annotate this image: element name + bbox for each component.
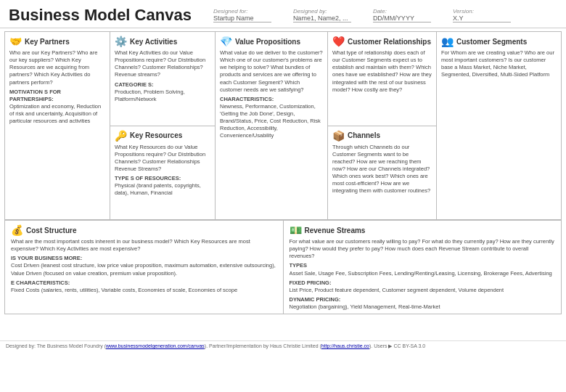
- customer-relationships-icon: ❤️: [332, 36, 345, 47]
- key-resources-icon: 🔑: [115, 130, 127, 142]
- canvas-area: 🤝 Key Partners Who are our Key Partners?…: [0, 28, 566, 340]
- channels-title: 📦 Channels: [332, 130, 432, 142]
- customer-relationships-title: ❤️ Customer Relationships: [332, 36, 432, 47]
- value-propositions-title: 💎 Value Propositions: [220, 36, 323, 47]
- cost-structure-cell: 💰 Cost Structure What are the most impor…: [5, 221, 284, 314]
- customer-segments-title: 👥 Customer Segments: [441, 36, 557, 47]
- key-partners-body: Who are our Key Partners? Who are our ke…: [9, 49, 105, 125]
- channels-cell: 📦 Channels Through which Channels do our…: [328, 126, 436, 220]
- value-propositions-icon: 💎: [220, 36, 232, 47]
- designed-by-value: Name1, Name2, ...: [293, 15, 351, 23]
- designed-for-label: Designed for:: [213, 8, 271, 15]
- page-title: Business Model Canvas: [9, 6, 192, 25]
- value-propositions-cell: 💎 Value Propositions What value do we de…: [216, 32, 328, 219]
- key-resources-title: 🔑 Key Resources: [115, 130, 210, 142]
- customer-relationships-cell: ❤️ Customer Relationships What type of r…: [328, 32, 436, 126]
- revenue-streams-title: 💵 Revenue Streams: [290, 224, 556, 236]
- key-partners-title: 🤝 Key Partners: [9, 36, 105, 47]
- date-label: Date:: [373, 8, 431, 15]
- footer-link-1[interactable]: www.businessmodelgeneration.com/canvas: [106, 343, 205, 348]
- key-partners-cell: 🤝 Key Partners Who are our Key Partners?…: [5, 32, 110, 219]
- cost-structure-body: What are the most important costs inhere…: [11, 238, 277, 294]
- key-activities-title: ⚙️ Key Activities: [115, 36, 210, 47]
- customer-segments-icon: 👥: [441, 36, 454, 47]
- cost-structure-icon: 💰: [11, 224, 23, 236]
- key-resources-body: What Key Resources do our Value Proposit…: [115, 144, 210, 197]
- footer: Designed by: The Business Model Foundry …: [0, 340, 566, 351]
- date-value: DD/MM/YYYY: [373, 15, 431, 23]
- designed-by-field: Designed by: Name1, Name2, ...: [293, 8, 351, 23]
- designed-by-label: Designed by:: [293, 8, 351, 15]
- customer-relationships-body: What type of relationship does each of o…: [332, 49, 432, 94]
- value-propositions-body: What value do we deliver to the customer…: [220, 49, 323, 140]
- key-resources-cell: 🔑 Key Resources What Key Resources do ou…: [110, 126, 215, 220]
- revenue-streams-body: For what value are our customers really …: [290, 238, 556, 311]
- date-field: Date: DD/MM/YYYY: [373, 8, 431, 23]
- version-value: X.Y: [453, 15, 511, 23]
- designed-for-field: Designed for: Startup Name: [213, 8, 271, 23]
- designed-for-value: Startup Name: [213, 15, 271, 23]
- revenue-streams-cell: 💵 Revenue Streams For what value are our…: [284, 221, 562, 314]
- key-activities-cell: ⚙️ Key Activities What Key Activities do…: [110, 32, 215, 126]
- cost-structure-title: 💰 Cost Structure: [11, 224, 277, 236]
- channels-icon: 📦: [332, 130, 345, 142]
- version-label: Version:: [453, 8, 511, 15]
- page-header: Business Model Canvas Designed for: Star…: [0, 0, 566, 28]
- footer-link-2[interactable]: http://haus.christie.co: [321, 343, 369, 348]
- key-activities-resources-column: ⚙️ Key Activities What Key Activities do…: [110, 32, 216, 219]
- key-activities-icon: ⚙️: [115, 36, 127, 47]
- key-partners-icon: 🤝: [9, 36, 22, 47]
- customer-segments-cell: 👥 Customer Segments For Whom are we crea…: [437, 32, 561, 219]
- revenue-streams-icon: 💵: [290, 224, 302, 236]
- header-meta: Designed for: Startup Name Designed by: …: [213, 8, 557, 23]
- customer-segments-body: For Whom are we creating value? Who are …: [441, 49, 557, 79]
- bottom-row: 💰 Cost Structure What are the most impor…: [4, 220, 562, 314]
- version-field: Version: X.Y: [453, 8, 511, 23]
- footer-text: Designed by: The Business Model Foundry …: [6, 343, 425, 348]
- customer-rel-channels-column: ❤️ Customer Relationships What type of r…: [328, 32, 437, 219]
- top-row: 🤝 Key Partners Who are our Key Partners?…: [4, 31, 562, 220]
- channels-body: Through which Channels do our Customer S…: [332, 144, 432, 195]
- key-activities-body: What Key Activities do our Value Proposi…: [115, 49, 210, 103]
